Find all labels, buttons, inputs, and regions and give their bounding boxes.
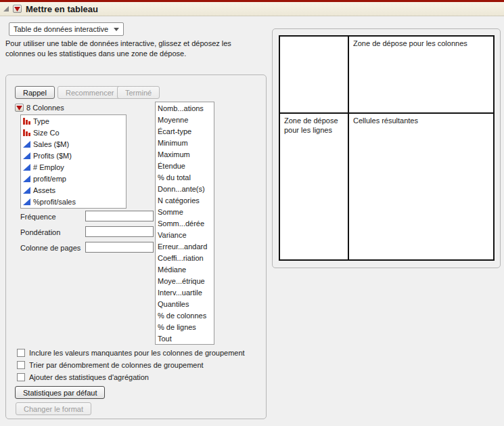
chevron-down-icon <box>114 28 119 31</box>
recall-button[interactable]: Rappel <box>15 86 55 99</box>
sort-by-count-checkbox[interactable] <box>17 361 25 369</box>
statistic-item[interactable]: % de colonnes <box>156 310 214 321</box>
column-item[interactable]: Size Co <box>21 127 126 138</box>
sort-by-count-row: Trier par dénombrement de colonnes de gr… <box>17 361 204 369</box>
statistic-item[interactable]: Médiane <box>156 263 214 275</box>
mode-dropdown[interactable]: Table de données interactive <box>9 22 124 36</box>
column-label: Type <box>33 117 49 125</box>
statistic-item[interactable]: Tout <box>156 333 214 344</box>
include-missing-checkbox[interactable] <box>17 349 25 357</box>
page-column-input[interactable] <box>85 242 154 253</box>
column-item[interactable]: # Employ <box>21 161 126 173</box>
drop-zone-columns[interactable]: Zone de dépose pour les colonnes <box>349 37 493 112</box>
add-aggregate-stats-label: Ajouter des statistiques d'agrégation <box>29 373 149 381</box>
columns-list: Type Size Co Sales ($M) Profits ($M) # E… <box>20 114 127 209</box>
weight-input[interactable] <box>85 226 154 237</box>
statistic-item[interactable]: Écart-type <box>156 125 214 137</box>
statistic-item[interactable]: Donn...ante(s) <box>156 183 214 194</box>
statistic-item[interactable]: Coeffi...riation <box>156 252 214 263</box>
columns-list-header: 8 Colonnes <box>15 104 64 112</box>
statistic-item[interactable]: Erreur...andard <box>156 240 214 252</box>
statistic-item[interactable]: Maximum <box>156 148 214 160</box>
page-column-label: Colonne de pages <box>20 244 81 252</box>
column-item[interactable]: Profits ($M) <box>21 150 126 161</box>
column-label: Assets <box>33 186 55 194</box>
default-statistics-button[interactable]: Statistiques par défaut <box>15 386 105 399</box>
disclosure-triangle-icon[interactable] <box>3 6 9 12</box>
include-missing-row: Inclure les valeurs manquantes pour les … <box>17 349 245 357</box>
frequency-input[interactable] <box>85 211 154 221</box>
instructions-text: Pour utiliser une table de données inter… <box>5 39 242 59</box>
red-triangle-menu-icon[interactable] <box>13 5 22 13</box>
column-label: Size Co <box>33 129 60 137</box>
column-item[interactable]: Sales ($M) <box>21 138 126 150</box>
preview-panel: Zone de dépose pour les colonnes Zone de… <box>272 28 501 268</box>
nominal-column-icon <box>23 117 30 125</box>
drop-zone-rows[interactable]: Zone de dépose pour les lignes <box>280 114 348 259</box>
add-aggregate-stats-checkbox[interactable] <box>17 373 25 381</box>
restart-button[interactable]: Recommencer <box>58 86 122 99</box>
column-label: Profits ($M) <box>33 152 72 160</box>
continuous-column-icon <box>23 186 30 194</box>
column-label: %profit/sales <box>33 198 76 206</box>
change-format-button[interactable]: Changer le format <box>16 402 91 415</box>
continuous-column-icon <box>23 152 30 159</box>
continuous-column-icon <box>23 175 30 182</box>
statistic-item[interactable]: Étendue <box>156 160 214 171</box>
page-title: Mettre en tableau <box>26 4 98 14</box>
statistic-item[interactable]: Moyenne <box>156 114 214 125</box>
continuous-column-icon <box>23 163 30 171</box>
statistic-item[interactable]: N catégories <box>156 194 214 206</box>
red-triangle-menu-icon[interactable] <box>15 104 24 112</box>
sort-by-count-label: Trier par dénombrement de colonnes de gr… <box>29 361 204 369</box>
statistic-item[interactable]: Interv...uartile <box>156 286 214 298</box>
column-item[interactable]: Type <box>21 115 126 127</box>
tabulate-window: Mettre en tableau Table de données inter… <box>0 0 504 426</box>
columns-count-label: 8 Colonnes <box>26 104 64 112</box>
preview-table: Zone de dépose pour les colonnes Zone de… <box>279 35 495 261</box>
column-label: # Employ <box>33 163 64 171</box>
column-item[interactable]: profit/emp <box>21 173 126 184</box>
statistic-item[interactable]: % de lignes <box>156 321 214 333</box>
continuous-column-icon <box>23 198 30 205</box>
continuous-column-icon <box>23 140 30 148</box>
mode-dropdown-value: Table de données interactive <box>14 25 108 33</box>
statistic-item[interactable]: Somme <box>156 206 214 217</box>
column-item[interactable]: %profit/sales <box>21 196 126 207</box>
weight-label: Pondération <box>20 228 60 236</box>
add-aggregate-stats-row: Ajouter des statistiques d'agrégation <box>17 373 149 381</box>
statistic-item[interactable]: % du total <box>156 171 214 183</box>
column-label: profit/emp <box>33 175 66 183</box>
statistic-item[interactable]: Variance <box>156 229 214 240</box>
statistic-item[interactable]: Minimum <box>156 137 214 148</box>
control-panel: Rappel Recommencer Terminé 8 Colonnes Ty… <box>5 74 267 419</box>
done-button[interactable]: Terminé <box>117 86 160 99</box>
outline-header: Mettre en tableau <box>0 0 504 16</box>
result-cells-zone[interactable]: Cellules résultantes <box>349 114 493 259</box>
drop-zone-corner[interactable] <box>280 37 348 112</box>
frequency-label: Fréquence <box>20 213 56 221</box>
nominal-column-icon <box>23 129 30 136</box>
statistic-item[interactable]: Nomb...ations <box>156 102 214 114</box>
column-label: Sales ($M) <box>33 140 69 148</box>
include-missing-label: Inclure les valeurs manquantes pour les … <box>29 349 245 357</box>
statistic-item[interactable]: Moye...étrique <box>156 275 214 286</box>
column-item[interactable]: Assets <box>21 184 126 196</box>
statistics-list: Nomb...ations Moyenne Écart-type Minimum… <box>155 102 214 345</box>
statistic-item[interactable]: Quantiles <box>156 298 214 310</box>
statistic-item[interactable]: Somm...dérée <box>156 217 214 229</box>
